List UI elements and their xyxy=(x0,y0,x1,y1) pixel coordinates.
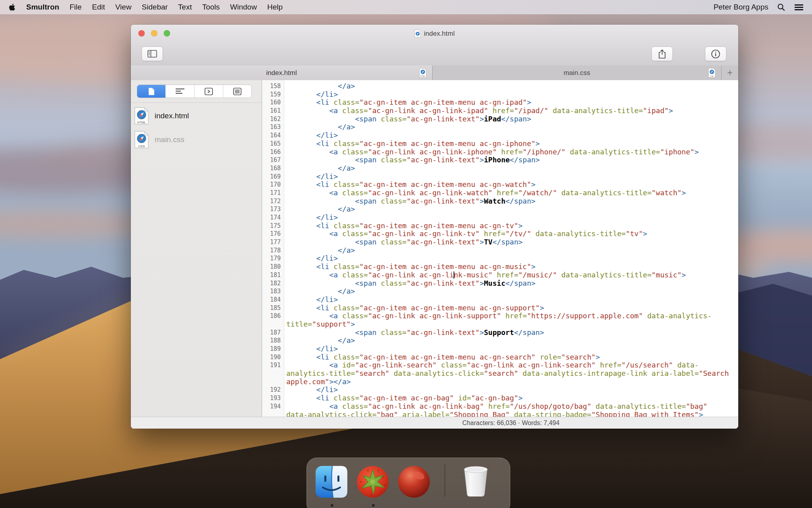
segment-documents[interactable] xyxy=(137,85,166,98)
tab-main-css[interactable]: main.css CSS xyxy=(433,65,722,80)
menu-smultron[interactable]: Smultron xyxy=(21,0,64,14)
code-line-168[interactable]: 168 </a> xyxy=(262,164,738,173)
search-icon[interactable] xyxy=(772,0,790,14)
dock-trash-icon[interactable] xyxy=(459,465,492,498)
code-line-159[interactable]: 159 </li> xyxy=(262,90,738,99)
code-line-162[interactable]: 162 <span class="ac-gn-link-text">iPad</… xyxy=(262,115,738,123)
desktop: { "menubar": { "items": ["Smultron","Fil… xyxy=(0,0,812,508)
code-line-wrap[interactable]: analytics-title="search" data-analytics-… xyxy=(262,369,738,378)
code-line-174[interactable]: 174 </li> xyxy=(262,214,738,222)
tab-label: main.css xyxy=(563,69,590,77)
html-file-icon: HTML xyxy=(419,68,427,78)
code-line-173[interactable]: 173 </a> xyxy=(262,205,738,214)
code-line-170[interactable]: 170 <li class="ac-gn-item ac-gn-item-men… xyxy=(262,181,738,189)
menu-file[interactable]: File xyxy=(64,0,87,14)
menu-sidebar[interactable]: Sidebar xyxy=(137,0,173,14)
status-text: Characters: 66,036 · Words: 7,494 xyxy=(283,417,738,429)
dock-smultron-icon[interactable] xyxy=(356,465,389,498)
menu-view[interactable]: View xyxy=(110,0,137,14)
apple-menu-icon[interactable] xyxy=(0,3,21,11)
code-line-164[interactable]: 164 </li> xyxy=(262,131,738,140)
code-line-184[interactable]: 184 </li> xyxy=(262,296,738,304)
code-line-193[interactable]: 193 <li class="ac-gn-item ac-gn-bag" id=… xyxy=(262,394,738,402)
code-line-167[interactable]: 167 <span class="ac-gn-link-text">iPhone… xyxy=(262,156,738,164)
run-command-icon xyxy=(205,88,213,95)
svg-text:CSS: CSS xyxy=(138,144,145,148)
code-line-186[interactable]: 186 <a class="ac-gn-link ac-gn-link-supp… xyxy=(262,312,738,320)
code-line-188[interactable]: 188 </a> xyxy=(262,337,738,345)
svg-text:CSS: CSS xyxy=(710,75,714,77)
smultron-window: index.html index.html HTML main.c xyxy=(131,25,738,429)
code-line-189[interactable]: 189 </li> xyxy=(262,345,738,353)
menu-bar: SmultronFileEditViewSidebarTextToolsWind… xyxy=(0,0,812,14)
list-icon[interactable] xyxy=(790,0,812,14)
segment-snippets[interactable] xyxy=(223,85,251,98)
css-file-icon: CSS xyxy=(708,68,716,78)
code-line-191[interactable]: 191 <a id="ac-gn-link-search" class="ac-… xyxy=(262,361,738,369)
code-line-192[interactable]: 192 </li> xyxy=(262,386,738,394)
code-line-194[interactable]: 194 <a class="ac-gn-link ac-gn-link-bag"… xyxy=(262,402,738,411)
menu-text[interactable]: Text xyxy=(173,0,197,14)
info-button[interactable] xyxy=(705,46,726,61)
sidebar-segmented-control xyxy=(137,85,252,98)
status-bar: Characters: 66,036 · Words: 7,494 xyxy=(131,417,738,429)
file-item-main-css[interactable]: CSS main.css xyxy=(134,129,259,150)
sidebar: HTML index.html CSS main.css xyxy=(131,80,262,417)
code-line-160[interactable]: 160 <li class="ac-gn-item ac-gn-item-men… xyxy=(262,98,738,107)
segment-run[interactable] xyxy=(195,85,223,98)
code-line-179[interactable]: 179 </li> xyxy=(262,254,738,263)
code-line-wrap[interactable]: data-analytics-click="bag" aria-label="S… xyxy=(262,411,738,418)
code-line-181[interactable]: 181 <a class="ac-gn-link ac-gn-link-musi… xyxy=(262,271,738,279)
code-line-171[interactable]: 171 <a class="ac-gn-link ac-gn-link-watc… xyxy=(262,189,738,197)
code-line-180[interactable]: 180 <li class="ac-gn-item ac-gn-item-men… xyxy=(262,263,738,271)
share-button[interactable] xyxy=(651,46,673,61)
new-tab-button[interactable]: + xyxy=(722,65,738,80)
sidebar-toggle-icon xyxy=(147,50,157,58)
title-bar[interactable]: index.html xyxy=(131,25,738,42)
sidebar-toggle-button[interactable] xyxy=(142,46,163,61)
code-line-178[interactable]: 178 </a> xyxy=(262,246,738,255)
code-line-175[interactable]: 175 <li class="ac-gn-item ac-gn-item-men… xyxy=(262,222,738,230)
menu-tools[interactable]: Tools xyxy=(197,0,225,14)
segment-outline[interactable] xyxy=(166,85,194,98)
code-line-wrap[interactable]: title="support"> xyxy=(262,320,738,329)
code-line-177[interactable]: 177 <span class="ac-gn-link-text">TV</sp… xyxy=(262,238,738,246)
css-file-icon: CSS xyxy=(134,131,149,149)
window-title: index.html xyxy=(424,30,454,38)
code-line-183[interactable]: 183 </a> xyxy=(262,287,738,296)
code-line-166[interactable]: 166 <a class="ac-gn-link ac-gn-link-ipho… xyxy=(262,148,738,156)
info-icon xyxy=(711,49,720,59)
code-line-185[interactable]: 185 <li class="ac-gn-item ac-gn-item-men… xyxy=(262,304,738,312)
menu-extra-label[interactable]: Peter Borg Apps xyxy=(710,3,772,12)
code-line-182[interactable]: 182 <span class="ac-gn-link-text">Music<… xyxy=(262,279,738,288)
menu-items: SmultronFileEditViewSidebarTextToolsWind… xyxy=(21,0,288,14)
menu-help[interactable]: Help xyxy=(262,0,288,14)
toolbar xyxy=(131,42,738,65)
code-line-169[interactable]: 169 </li> xyxy=(262,173,738,181)
code-line-163[interactable]: 163 </a> xyxy=(262,123,738,131)
dock xyxy=(306,458,510,508)
code-line-161[interactable]: 161 <a class="ac-gn-link ac-gn-link-ipad… xyxy=(262,107,738,115)
dock-red-ball-icon[interactable] xyxy=(397,465,431,498)
code-editor[interactable]: 158 </a>159 </li>160 <li class="ac-gn-it… xyxy=(262,80,738,417)
code-line-187[interactable]: 187 <span class="ac-gn-link-text">Suppor… xyxy=(262,329,738,337)
code-line-176[interactable]: 176 <a class="ac-gn-link ac-gn-link-tv" … xyxy=(262,230,738,238)
code-line-165[interactable]: 165 <li class="ac-gn-item ac-gn-item-men… xyxy=(262,140,738,148)
tab-bar: index.html HTML main.css CSS + xyxy=(131,65,738,81)
finder-running-dot xyxy=(331,504,333,507)
tab-label: index.html xyxy=(266,69,297,77)
tab-index-html[interactable]: index.html HTML xyxy=(131,65,433,80)
dock-finder-icon[interactable] xyxy=(315,465,348,498)
menu-window[interactable]: Window xyxy=(225,0,262,14)
text-lines-icon xyxy=(176,88,184,94)
menu-edit[interactable]: Edit xyxy=(87,0,110,14)
code-rows[interactable]: 158 </a>159 </li>160 <li class="ac-gn-it… xyxy=(262,82,738,417)
file-item-index-html[interactable]: HTML index.html xyxy=(134,106,259,126)
code-line-158[interactable]: 158 </a> xyxy=(262,82,738,90)
sidebar-divider xyxy=(131,102,262,103)
code-line-172[interactable]: 172 <span class="ac-gn-link-text">Watch<… xyxy=(262,197,738,206)
code-line-wrap[interactable]: apple.com"></a> xyxy=(262,378,738,386)
code-line-190[interactable]: 190 <li class="ac-gn-item ac-gn-item-men… xyxy=(262,353,738,362)
document-icon xyxy=(414,29,421,38)
snippet-list-icon xyxy=(233,88,241,95)
